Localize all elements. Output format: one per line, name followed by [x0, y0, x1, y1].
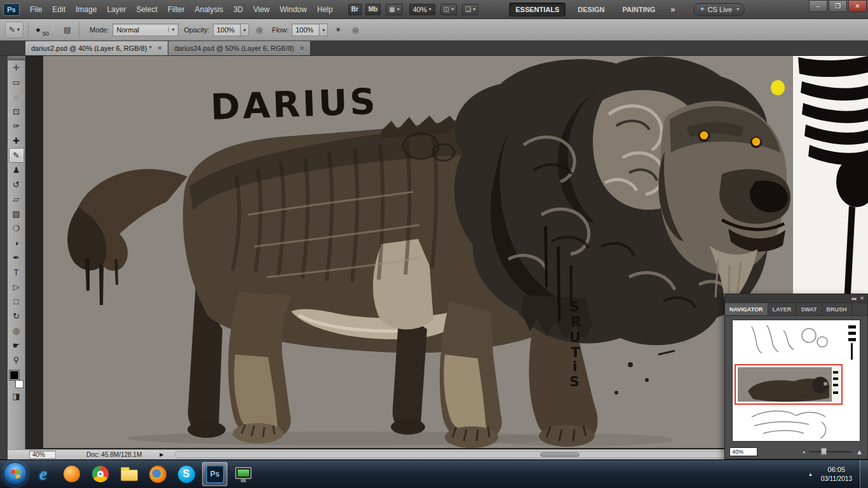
- zoom-out-icon[interactable]: ▴: [803, 449, 806, 454]
- start-button[interactable]: [3, 462, 27, 486]
- menu-window[interactable]: Window: [275, 0, 312, 19]
- launch-bridge-button[interactable]: Br: [348, 4, 362, 15]
- close-icon[interactable]: ✕: [860, 295, 864, 301]
- brush-tool[interactable]: ✎: [9, 148, 24, 163]
- menu-help[interactable]: Help: [312, 0, 338, 19]
- gradient-tool[interactable]: ▧: [9, 207, 24, 221]
- clone-stamp-tool[interactable]: ♟: [9, 163, 24, 177]
- workspace-essentials[interactable]: ESSENTIALS: [509, 3, 566, 17]
- slider-thumb[interactable]: [821, 448, 827, 455]
- screen-mode-button[interactable]: ❏ ▾: [462, 4, 478, 15]
- media-player-icon: [64, 466, 80, 482]
- background-color-swatch[interactable]: [15, 380, 24, 388]
- blur-tool[interactable]: ❍: [9, 221, 24, 236]
- 3d-orbit-tool[interactable]: ◎: [9, 323, 24, 338]
- tab-swatches[interactable]: SWAT: [796, 303, 822, 315]
- document-tab-darius2[interactable]: darius2.psd @ 40% (Layer 6, RGB/8) * ✕: [25, 41, 168, 55]
- skype-taskbar-button[interactable]: S: [173, 462, 199, 486]
- menu-3d[interactable]: 3D: [228, 0, 248, 19]
- collapse-panel-icon[interactable]: ◀◀: [851, 296, 855, 301]
- close-icon[interactable]: ✕: [300, 45, 305, 51]
- menu-edit[interactable]: Edit: [47, 0, 71, 19]
- menu-file[interactable]: File: [25, 0, 47, 19]
- close-button[interactable]: ✕: [848, 0, 867, 12]
- eyedropper-tool[interactable]: ✑: [9, 119, 24, 133]
- show-hidden-icons-button[interactable]: ▴: [809, 471, 812, 477]
- opacity-slider-arrow[interactable]: ▾: [241, 24, 249, 36]
- photoshop-taskbar-button[interactable]: Ps: [202, 462, 227, 486]
- menu-layer[interactable]: Layer: [102, 0, 131, 19]
- explorer-taskbar-button[interactable]: [116, 462, 142, 486]
- dodge-tool[interactable]: ◑: [9, 236, 24, 250]
- flow-pressure-button[interactable]: ◎: [348, 23, 362, 37]
- hand-tool[interactable]: ☛: [9, 338, 24, 353]
- cs-live-button[interactable]: ✦ CS Live ▾: [693, 3, 745, 16]
- navigator-zoom-field[interactable]: 40%: [729, 447, 757, 456]
- taskbar-clock[interactable]: 06:05 03/11/2013: [821, 465, 852, 483]
- history-brush-tool[interactable]: ↺: [9, 177, 24, 192]
- path-selection-tool[interactable]: ▷: [9, 280, 24, 294]
- zoom-level-field[interactable]: 40%: [29, 451, 56, 459]
- opacity-pressure-button[interactable]: ◎: [252, 23, 266, 37]
- pen-tool[interactable]: ✒: [9, 250, 24, 265]
- tab-navigator[interactable]: NAVIGATOR: [725, 303, 768, 315]
- menu-filter[interactable]: Filter: [163, 0, 190, 19]
- toolbar-grip[interactable]: [8, 56, 25, 60]
- launch-minibridge-button[interactable]: Mb: [365, 4, 381, 15]
- quick-mask-button[interactable]: ◨: [9, 389, 24, 403]
- close-icon[interactable]: ✕: [158, 45, 163, 51]
- shape-tool[interactable]: □: [9, 294, 24, 309]
- opacity-field[interactable]: 100%: [213, 24, 241, 36]
- zoom-level-control[interactable]: 40% ▾: [409, 4, 435, 15]
- arrange-documents-button[interactable]: ◫ ▾: [440, 4, 457, 15]
- spot-healing-brush-tool[interactable]: ✚: [9, 133, 24, 148]
- restore-button[interactable]: ❐: [829, 0, 847, 12]
- separator: [28, 22, 29, 37]
- chrome-taskbar-button[interactable]: [88, 462, 113, 486]
- tool-preset-picker[interactable]: ✎ ▾: [5, 22, 24, 38]
- flow-field[interactable]: 100%: [292, 24, 320, 36]
- 3d-rotate-tool[interactable]: ↻: [9, 309, 24, 323]
- brush-preset-picker[interactable]: ● 50 ▾: [33, 21, 57, 39]
- tab-layers[interactable]: LAYER: [768, 303, 797, 315]
- show-desktop-button[interactable]: [860, 460, 868, 488]
- airbrush-button[interactable]: ✴: [331, 23, 345, 37]
- menu-bar: Ps File Edit Image Layer Select Filter A…: [0, 0, 868, 19]
- firefox-taskbar-button[interactable]: [145, 462, 170, 486]
- zoom-tool[interactable]: ⚲: [9, 353, 24, 367]
- toggle-brush-panel-button[interactable]: ▤: [60, 23, 74, 37]
- document-tab-darius24[interactable]: darius24.psd @ 50% (Layer 6, RGB/8) ✕: [168, 41, 311, 55]
- brush-icon: ✎: [9, 25, 15, 34]
- menu-view[interactable]: View: [248, 0, 275, 19]
- minimize-button[interactable]: –: [809, 0, 827, 12]
- workspace-overflow-button[interactable]: »: [667, 3, 678, 16]
- type-tool[interactable]: T: [9, 265, 24, 280]
- status-menu-arrow-icon[interactable]: ▶: [159, 452, 163, 458]
- foreground-color-swatch[interactable]: [10, 370, 19, 380]
- media-player-taskbar-button[interactable]: [59, 462, 85, 486]
- ie-taskbar-button[interactable]: e: [31, 462, 56, 486]
- navigator-zoom-slider[interactable]: [810, 451, 851, 452]
- zoom-in-icon[interactable]: ▲: [856, 448, 863, 456]
- eraser-tool[interactable]: ▱: [9, 192, 24, 207]
- move-tool[interactable]: ✛: [9, 60, 24, 75]
- menu-select[interactable]: Select: [131, 0, 162, 19]
- lasso-tool[interactable]: ◌: [9, 90, 24, 104]
- menu-analysis[interactable]: Analysis: [189, 0, 228, 19]
- view-extras-button[interactable]: ▦ ▾: [386, 4, 402, 15]
- menu-image[interactable]: Image: [71, 0, 102, 19]
- window-controls: – ❐ ✕: [808, 0, 867, 12]
- scrollbar-thumb[interactable]: [540, 452, 580, 457]
- rectangular-marquee-tool[interactable]: ▭: [9, 75, 24, 90]
- navigator-thumbnail[interactable]: [733, 320, 860, 441]
- tab-brush[interactable]: BRUSH: [822, 303, 852, 315]
- flow-slider-arrow[interactable]: ▾: [320, 24, 328, 36]
- navigator-panel: ◀◀ ✕ NAVIGATOR LAYER SWAT BRUSH: [724, 294, 868, 459]
- monitor-app-taskbar-button[interactable]: [231, 462, 256, 486]
- color-swatches[interactable]: [9, 370, 24, 389]
- chevron-down-icon: ▾: [52, 27, 55, 32]
- workspace-painting[interactable]: PAINTING: [616, 3, 661, 16]
- workspace-design[interactable]: DESIGN: [572, 3, 610, 16]
- blend-mode-select[interactable]: Normal ▾: [112, 24, 179, 36]
- crop-tool[interactable]: ⊡: [9, 104, 24, 119]
